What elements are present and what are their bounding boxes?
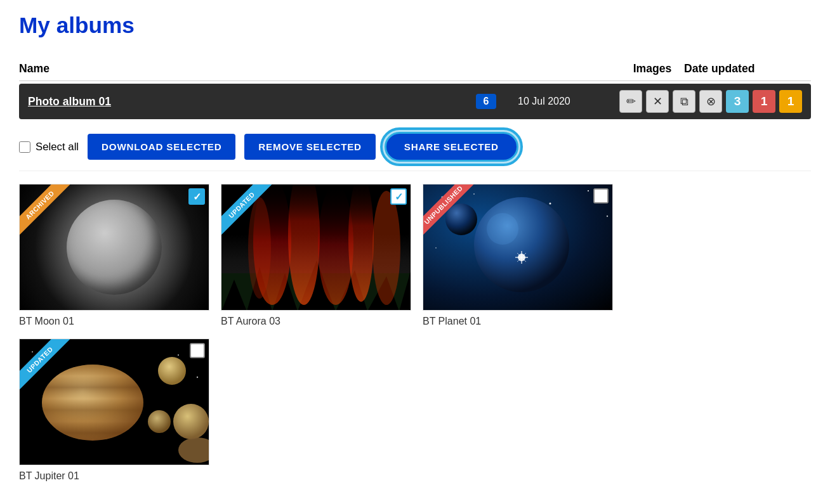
album-name-link[interactable]: Photo album 01: [28, 95, 454, 108]
badge-red[interactable]: 1: [753, 90, 775, 113]
remove-selected-button[interactable]: REMOVE SELECTED: [244, 134, 375, 160]
image-card-planet: UNPUBLISHED: [423, 184, 613, 327]
image-card-moon: ARCHIVED BT Moon 01: [19, 184, 209, 327]
col-images-header: Images: [621, 62, 684, 75]
share-button[interactable]: ⊗: [699, 90, 722, 113]
edit-button[interactable]: ✏: [619, 90, 642, 113]
image-label-planet: BT Planet 01: [423, 316, 613, 327]
svg-point-11: [588, 190, 589, 191]
image-card-aurora: UPDATED: [221, 184, 411, 327]
table-header: Name Images Date updated: [19, 57, 811, 81]
svg-point-4: [318, 184, 353, 305]
selection-bar: Select all DOWNLOAD SELECTED REMOVE SELE…: [19, 123, 811, 171]
ribbon-unpublished: UNPUBLISHED: [423, 184, 487, 248]
svg-point-12: [607, 216, 608, 217]
svg-point-25: [178, 354, 179, 356]
svg-point-29: [158, 357, 186, 385]
svg-point-32: [178, 437, 209, 463]
select-all-label[interactable]: Select all: [19, 141, 79, 153]
image-checkbox-aurora[interactable]: ✓: [390, 188, 407, 205]
ribbon-archived: ARCHIVED: [20, 184, 83, 248]
col-date-header: Date updated: [684, 62, 811, 75]
album-row: Photo album 01 6 10 Jul 2020 ✏ ✕ ⧉ ⊗ 3 1…: [19, 84, 811, 119]
svg-point-26: [197, 377, 198, 378]
svg-point-14: [474, 197, 569, 292]
image-checkbox-jupiter[interactable]: [190, 343, 205, 358]
image-thumb-jupiter: UPDATED: [19, 339, 209, 465]
images-grid: ARCHIVED BT Moon 01 UPDATED: [19, 184, 811, 482]
image-label-jupiter: BT Jupiter 01: [19, 470, 209, 482]
image-label-moon: BT Moon 01: [19, 316, 209, 327]
delete-button[interactable]: ✕: [646, 90, 669, 113]
svg-point-31: [173, 404, 209, 439]
svg-point-7: [372, 191, 400, 305]
badge-orange[interactable]: 1: [779, 90, 802, 113]
album-date: 10 Jul 2020: [518, 96, 619, 107]
badge-blue[interactable]: 3: [726, 90, 749, 113]
image-card-jupiter: UPDATED: [19, 339, 209, 482]
image-checkbox-planet[interactable]: [593, 188, 609, 204]
external-link-button[interactable]: ⧉: [673, 90, 695, 113]
image-checkbox-moon[interactable]: [188, 188, 205, 205]
album-images-count: 6: [454, 94, 518, 109]
image-label-aurora: BT Aurora 03: [221, 316, 411, 327]
download-selected-button[interactable]: DOWNLOAD SELECTED: [88, 134, 235, 160]
svg-point-30: [148, 410, 171, 433]
album-actions: ✏ ✕ ⧉ ⊗ 3 1 1: [619, 90, 802, 113]
ribbon-updated-jupiter: UPDATED: [20, 339, 83, 403]
image-thumb-planet: UNPUBLISHED: [423, 184, 613, 311]
image-thumb-moon: ARCHIVED: [19, 184, 209, 311]
select-all-checkbox[interactable]: [19, 141, 30, 153]
share-selected-button[interactable]: SHARE SELECTED: [385, 132, 518, 162]
ribbon-updated-aurora: UPDATED: [221, 184, 285, 248]
page-title: My albums: [19, 13, 811, 38]
svg-point-15: [487, 213, 518, 245]
image-thumb-aurora: UPDATED: [221, 184, 411, 311]
col-name-header: Name: [19, 62, 621, 75]
svg-point-10: [550, 203, 551, 205]
